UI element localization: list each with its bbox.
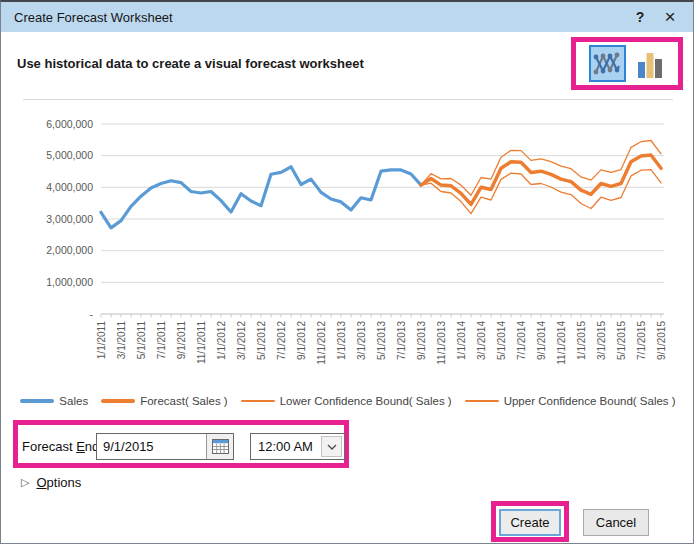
svg-text:9/1/2012: 9/1/2012 (296, 321, 307, 360)
svg-text:11/1/2014: 11/1/2014 (556, 321, 567, 365)
close-button[interactable]: × (655, 2, 685, 32)
chart-type-selector (576, 42, 678, 85)
svg-text:7/1/2015: 7/1/2015 (636, 321, 647, 360)
line-chart-icon (593, 49, 622, 78)
options-expander[interactable]: ▷ Options (21, 475, 81, 490)
options-label: Options (36, 475, 81, 490)
svg-text:5/1/2015: 5/1/2015 (616, 321, 627, 360)
svg-text:5/1/2014: 5/1/2014 (496, 321, 507, 360)
window-title: Create Forecast Worksheet (14, 10, 173, 25)
legend-item: Sales (20, 395, 88, 407)
svg-text:1,000,000: 1,000,000 (46, 276, 93, 288)
svg-text:9/1/2015: 9/1/2015 (656, 321, 667, 360)
legend-label: Lower Confidence Bound( Sales ) (280, 395, 452, 407)
svg-text:3,000,000: 3,000,000 (46, 213, 93, 225)
svg-text:-: - (90, 308, 94, 320)
combo-dropdown-button[interactable] (321, 436, 342, 457)
forecast-end-date-field (96, 433, 234, 460)
bar-chart-type-button[interactable] (635, 47, 665, 81)
cancel-button[interactable]: Cancel (583, 509, 649, 536)
chart-legend: SalesForecast( Sales )Lower Confidence B… (1, 392, 694, 410)
dialog-instruction: Use historical data to create a visual f… (17, 56, 364, 71)
chevron-down-icon (327, 444, 337, 450)
legend-label: Upper Confidence Bound( Sales ) (504, 395, 676, 407)
svg-text:11/1/2011: 11/1/2011 (196, 321, 207, 364)
legend-swatch (101, 399, 135, 403)
svg-text:7/1/2013: 7/1/2013 (396, 321, 407, 360)
svg-text:1/1/2012: 1/1/2012 (216, 321, 227, 360)
svg-text:11/1/2013: 11/1/2013 (436, 321, 447, 365)
help-button[interactable]: ? (627, 2, 653, 32)
svg-text:3/1/2015: 3/1/2015 (596, 321, 607, 360)
svg-text:1/1/2015: 1/1/2015 (576, 321, 587, 360)
svg-text:6,000,000: 6,000,000 (46, 118, 93, 130)
svg-text:11/1/2012: 11/1/2012 (316, 321, 327, 365)
legend-label: Sales (59, 395, 88, 407)
forecast-end-date-input[interactable] (97, 434, 206, 459)
window-titlebar: Create Forecast Worksheet ? × (1, 2, 693, 32)
svg-text:3/1/2013: 3/1/2013 (356, 321, 367, 360)
svg-text:4,000,000: 4,000,000 (46, 181, 93, 193)
svg-text:7/1/2014: 7/1/2014 (516, 321, 527, 360)
svg-text:5/1/2011: 5/1/2011 (136, 321, 147, 360)
svg-text:9/1/2013: 9/1/2013 (416, 321, 427, 360)
svg-text:5,000,000: 5,000,000 (46, 149, 93, 161)
calendar-icon (212, 439, 229, 454)
date-picker-button[interactable] (206, 434, 233, 459)
svg-text:9/1/2011: 9/1/2011 (176, 321, 187, 360)
create-forecast-worksheet-dialog: Create Forecast Worksheet ? × Use histor… (0, 0, 694, 544)
forecast-end-label: Forecast End (22, 439, 99, 454)
line-chart-type-button[interactable] (589, 45, 626, 82)
expander-triangle-icon: ▷ (21, 477, 29, 488)
time-combo-value: 12:00 AM (251, 439, 321, 454)
svg-text:5/1/2013: 5/1/2013 (376, 321, 387, 360)
svg-text:9/1/2014: 9/1/2014 (536, 321, 547, 360)
svg-text:3/1/2011: 3/1/2011 (116, 321, 127, 360)
legend-item: Upper Confidence Bound( Sales ) (465, 395, 676, 407)
forecast-end-time-combo[interactable]: 12:00 AM (250, 433, 345, 460)
svg-text:3/1/2014: 3/1/2014 (476, 321, 487, 360)
svg-text:3/1/2012: 3/1/2012 (236, 321, 247, 360)
svg-text:5/1/2012: 5/1/2012 (256, 321, 267, 360)
forecast-chart: -1,000,0002,000,0003,000,0004,000,0005,0… (1, 102, 694, 390)
legend-swatch (20, 399, 54, 402)
bar-chart-icon (637, 50, 663, 78)
header-separator (23, 99, 673, 100)
legend-swatch (241, 400, 275, 401)
svg-text:7/1/2011: 7/1/2011 (156, 321, 167, 360)
create-button[interactable]: Create (499, 509, 561, 536)
svg-text:1/1/2013: 1/1/2013 (336, 321, 347, 360)
legend-label: Forecast( Sales ) (140, 395, 228, 407)
legend-item: Lower Confidence Bound( Sales ) (241, 395, 452, 407)
legend-swatch (465, 400, 499, 401)
legend-item: Forecast( Sales ) (101, 395, 228, 407)
svg-text:2,000,000: 2,000,000 (46, 244, 93, 256)
svg-text:1/1/2014: 1/1/2014 (456, 321, 467, 360)
svg-text:7/1/2012: 7/1/2012 (276, 321, 287, 360)
svg-text:1/1/2011: 1/1/2011 (96, 321, 107, 360)
